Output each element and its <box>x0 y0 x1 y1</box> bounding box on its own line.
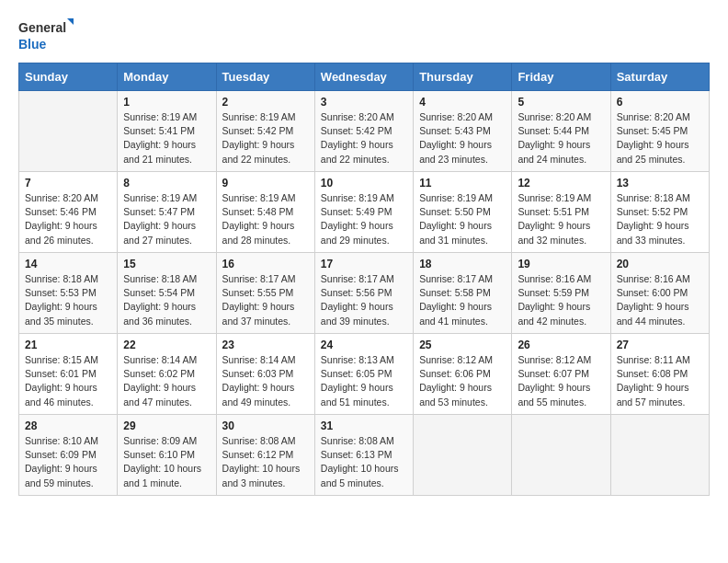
calendar-cell: 21Sunrise: 8:15 AMSunset: 6:01 PMDayligh… <box>19 334 118 415</box>
day-number: 25 <box>419 339 506 351</box>
day-number: 30 <box>222 419 309 432</box>
calendar-week-3: 14Sunrise: 8:18 AMSunset: 5:53 PMDayligh… <box>19 253 710 334</box>
svg-text:General: General <box>18 20 66 35</box>
day-number: 7 <box>25 177 111 190</box>
calendar-cell: 25Sunrise: 8:12 AMSunset: 6:06 PMDayligh… <box>414 334 512 415</box>
calendar-cell: 11Sunrise: 8:19 AMSunset: 5:50 PMDayligh… <box>414 172 512 253</box>
svg-marker-2 <box>67 18 74 25</box>
calendar-cell: 28Sunrise: 8:10 AMSunset: 6:09 PMDayligh… <box>19 415 118 496</box>
day-number: 27 <box>617 339 703 351</box>
day-info: Sunrise: 8:08 AMSunset: 6:13 PMDaylight:… <box>321 434 407 490</box>
day-info: Sunrise: 8:17 AMSunset: 5:56 PMDaylight:… <box>321 272 407 328</box>
calendar-cell: 16Sunrise: 8:17 AMSunset: 5:55 PMDayligh… <box>216 253 314 334</box>
day-number: 28 <box>25 419 111 432</box>
day-info: Sunrise: 8:08 AMSunset: 6:12 PMDaylight:… <box>222 434 309 490</box>
day-number: 21 <box>25 339 111 351</box>
day-number: 2 <box>222 96 309 109</box>
day-number: 16 <box>222 258 309 270</box>
weekday-header-row: SundayMondayTuesdayWednesdayThursdayFrid… <box>19 63 710 91</box>
day-info: Sunrise: 8:19 AMSunset: 5:42 PMDaylight:… <box>222 110 309 167</box>
day-number: 26 <box>518 339 604 351</box>
day-info: Sunrise: 8:12 AMSunset: 6:07 PMDaylight:… <box>518 353 604 409</box>
calendar-cell: 20Sunrise: 8:16 AMSunset: 6:00 PMDayligh… <box>610 253 709 334</box>
calendar-cell: 29Sunrise: 8:09 AMSunset: 6:10 PMDayligh… <box>118 415 216 496</box>
calendar-cell: 9Sunrise: 8:19 AMSunset: 5:48 PMDaylight… <box>216 172 314 253</box>
calendar-cell <box>610 415 709 496</box>
calendar-cell: 17Sunrise: 8:17 AMSunset: 5:56 PMDayligh… <box>314 253 413 334</box>
day-number: 5 <box>518 96 604 109</box>
weekday-header-wednesday: Wednesday <box>314 63 413 91</box>
day-number: 31 <box>321 419 407 432</box>
day-info: Sunrise: 8:16 AMSunset: 6:00 PMDaylight:… <box>617 272 703 328</box>
day-info: Sunrise: 8:20 AMSunset: 5:44 PMDaylight:… <box>518 110 604 167</box>
calendar-week-2: 7Sunrise: 8:20 AMSunset: 5:46 PMDaylight… <box>19 172 710 253</box>
calendar-cell: 31Sunrise: 8:08 AMSunset: 6:13 PMDayligh… <box>314 415 413 496</box>
day-number: 15 <box>123 258 210 270</box>
day-number: 29 <box>123 419 210 432</box>
calendar-week-5: 28Sunrise: 8:10 AMSunset: 6:09 PMDayligh… <box>19 415 710 496</box>
day-info: Sunrise: 8:11 AMSunset: 6:08 PMDaylight:… <box>617 353 703 409</box>
calendar-cell: 26Sunrise: 8:12 AMSunset: 6:07 PMDayligh… <box>512 334 610 415</box>
day-number: 17 <box>321 258 407 270</box>
calendar-cell: 30Sunrise: 8:08 AMSunset: 6:12 PMDayligh… <box>216 415 314 496</box>
day-number: 24 <box>321 339 407 351</box>
calendar-cell: 2Sunrise: 8:19 AMSunset: 5:42 PMDaylight… <box>216 91 314 172</box>
calendar-cell: 5Sunrise: 8:20 AMSunset: 5:44 PMDaylight… <box>512 91 610 172</box>
day-number: 22 <box>123 339 210 351</box>
day-info: Sunrise: 8:19 AMSunset: 5:51 PMDaylight:… <box>518 191 604 247</box>
day-info: Sunrise: 8:16 AMSunset: 5:59 PMDaylight:… <box>518 272 604 328</box>
calendar-cell <box>19 91 118 172</box>
calendar-cell: 19Sunrise: 8:16 AMSunset: 5:59 PMDayligh… <box>512 253 610 334</box>
weekday-header-friday: Friday <box>512 63 610 91</box>
day-info: Sunrise: 8:19 AMSunset: 5:41 PMDaylight:… <box>123 110 210 167</box>
calendar-cell: 6Sunrise: 8:20 AMSunset: 5:45 PMDaylight… <box>610 91 709 172</box>
calendar-cell: 3Sunrise: 8:20 AMSunset: 5:42 PMDaylight… <box>314 91 413 172</box>
day-number: 1 <box>123 96 210 109</box>
weekday-header-thursday: Thursday <box>414 63 512 91</box>
calendar-cell <box>414 415 512 496</box>
weekday-header-tuesday: Tuesday <box>216 63 314 91</box>
calendar-cell <box>512 415 610 496</box>
calendar-cell: 10Sunrise: 8:19 AMSunset: 5:49 PMDayligh… <box>314 172 413 253</box>
logo-svg: General Blue <box>18 17 74 53</box>
day-info: Sunrise: 8:14 AMSunset: 6:03 PMDaylight:… <box>222 353 309 409</box>
day-info: Sunrise: 8:09 AMSunset: 6:10 PMDaylight:… <box>123 434 210 490</box>
header: General Blue <box>18 17 710 53</box>
day-info: Sunrise: 8:20 AMSunset: 5:43 PMDaylight:… <box>419 110 506 167</box>
day-number: 11 <box>419 177 506 190</box>
day-info: Sunrise: 8:20 AMSunset: 5:45 PMDaylight:… <box>617 110 703 167</box>
day-info: Sunrise: 8:15 AMSunset: 6:01 PMDaylight:… <box>25 353 111 409</box>
weekday-header-monday: Monday <box>118 63 216 91</box>
day-info: Sunrise: 8:19 AMSunset: 5:47 PMDaylight:… <box>123 191 210 247</box>
day-number: 18 <box>419 258 506 270</box>
calendar-cell: 15Sunrise: 8:18 AMSunset: 5:54 PMDayligh… <box>118 253 216 334</box>
calendar-week-4: 21Sunrise: 8:15 AMSunset: 6:01 PMDayligh… <box>19 334 710 415</box>
calendar-cell: 8Sunrise: 8:19 AMSunset: 5:47 PMDaylight… <box>118 172 216 253</box>
day-info: Sunrise: 8:18 AMSunset: 5:54 PMDaylight:… <box>123 272 210 328</box>
calendar-cell: 18Sunrise: 8:17 AMSunset: 5:58 PMDayligh… <box>414 253 512 334</box>
calendar-cell: 13Sunrise: 8:18 AMSunset: 5:52 PMDayligh… <box>610 172 709 253</box>
calendar-cell: 27Sunrise: 8:11 AMSunset: 6:08 PMDayligh… <box>610 334 709 415</box>
day-info: Sunrise: 8:10 AMSunset: 6:09 PMDaylight:… <box>25 434 111 490</box>
calendar-cell: 14Sunrise: 8:18 AMSunset: 5:53 PMDayligh… <box>19 253 118 334</box>
day-number: 4 <box>419 96 506 109</box>
calendar-week-1: 1Sunrise: 8:19 AMSunset: 5:41 PMDaylight… <box>19 91 710 172</box>
day-info: Sunrise: 8:19 AMSunset: 5:49 PMDaylight:… <box>321 191 407 247</box>
calendar-cell: 23Sunrise: 8:14 AMSunset: 6:03 PMDayligh… <box>216 334 314 415</box>
logo: General Blue <box>18 17 74 53</box>
day-number: 20 <box>617 258 703 270</box>
day-info: Sunrise: 8:20 AMSunset: 5:46 PMDaylight:… <box>25 191 111 247</box>
calendar-cell: 24Sunrise: 8:13 AMSunset: 6:05 PMDayligh… <box>314 334 413 415</box>
calendar-cell: 12Sunrise: 8:19 AMSunset: 5:51 PMDayligh… <box>512 172 610 253</box>
day-number: 13 <box>617 177 703 190</box>
day-number: 19 <box>518 258 604 270</box>
day-info: Sunrise: 8:18 AMSunset: 5:53 PMDaylight:… <box>25 272 111 328</box>
day-number: 8 <box>123 177 210 190</box>
day-number: 23 <box>222 339 309 351</box>
day-number: 3 <box>321 96 407 109</box>
day-number: 12 <box>518 177 604 190</box>
day-info: Sunrise: 8:14 AMSunset: 6:02 PMDaylight:… <box>123 353 210 409</box>
weekday-header-sunday: Sunday <box>19 63 118 91</box>
calendar-cell: 22Sunrise: 8:14 AMSunset: 6:02 PMDayligh… <box>118 334 216 415</box>
day-info: Sunrise: 8:19 AMSunset: 5:48 PMDaylight:… <box>222 191 309 247</box>
